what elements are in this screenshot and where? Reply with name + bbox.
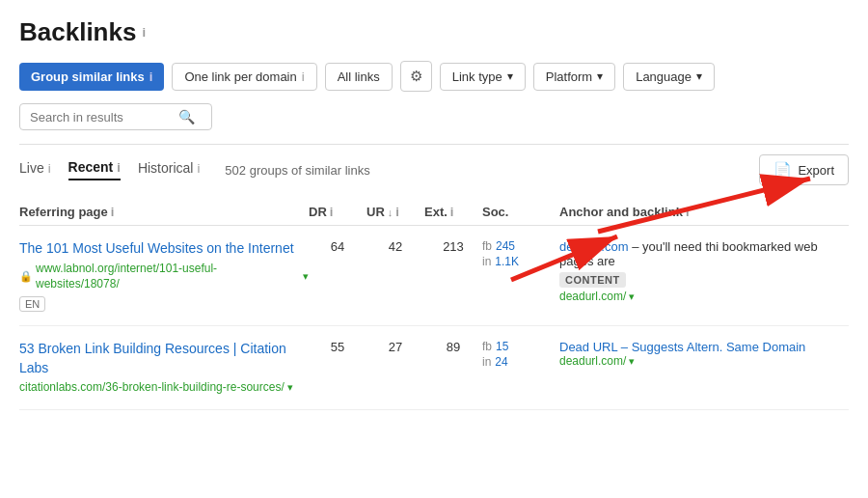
link-type-button[interactable]: Link type ▾ bbox=[440, 63, 526, 91]
cell-ext-2: 89 bbox=[424, 340, 482, 354]
cell-title-1: The 101 Most Useful Websites on the Inte… bbox=[19, 239, 309, 312]
row2-anchor-url-chevron-icon: ▾ bbox=[629, 355, 635, 368]
groups-count: 502 groups of similar links bbox=[225, 163, 369, 178]
col-dr: DR i bbox=[309, 205, 366, 219]
table-row: 53 Broken Link Building Resources | Cita… bbox=[19, 326, 849, 410]
export-icon: 📄 bbox=[773, 161, 792, 179]
all-links-button[interactable]: All links bbox=[325, 63, 393, 91]
col-social: Soc. bbox=[482, 205, 559, 219]
lock-icon: 🔒 bbox=[19, 270, 33, 283]
col-ur[interactable]: UR ↓ i bbox=[366, 205, 424, 219]
cell-social-2: fb 15 in 24 bbox=[482, 340, 559, 369]
cell-title-2: 53 Broken Link Building Resources | Cita… bbox=[19, 340, 309, 396]
row2-fb-label: fb bbox=[482, 340, 492, 353]
row1-fb-count: 245 bbox=[496, 239, 515, 253]
search-input-wrap[interactable]: 🔍 bbox=[19, 103, 212, 130]
cell-anchor-2: Dead URL – Suggests Altern. Same Domain … bbox=[559, 340, 849, 368]
platform-chevron-icon: ▾ bbox=[597, 69, 603, 83]
col-referring-page: Referring page i bbox=[19, 205, 309, 219]
tab-historical[interactable]: Historical i bbox=[138, 160, 200, 180]
settings-button[interactable]: ⚙ bbox=[400, 61, 432, 92]
row1-anchor-url[interactable]: deadurl.com/ bbox=[559, 290, 626, 303]
row2-anchor-link[interactable]: Dead URL – Suggests Altern. Same Domain bbox=[559, 340, 805, 354]
referring-page-info-icon[interactable]: i bbox=[111, 205, 115, 219]
link-type-chevron-icon: ▾ bbox=[507, 69, 513, 83]
tab-row: Live i Recent i Historical i 502 groups … bbox=[19, 154, 849, 185]
row1-lang-badge: EN bbox=[19, 296, 45, 312]
row1-title-link[interactable]: The 101 Most Useful Websites on the Inte… bbox=[19, 240, 294, 256]
row1-url-chevron-icon[interactable]: ▾ bbox=[303, 270, 309, 283]
language-chevron-icon: ▾ bbox=[696, 69, 702, 83]
platform-button[interactable]: Platform ▾ bbox=[533, 63, 615, 91]
export-button[interactable]: 📄 Export bbox=[759, 154, 849, 185]
cell-anchor-1: deadurl.com – you'll need thi bookmarked… bbox=[559, 239, 849, 303]
row2-anchor-url[interactable]: deadurl.com/ bbox=[559, 354, 626, 368]
cell-social-1: fb 245 in 1.1K bbox=[482, 239, 559, 268]
col-ext: Ext. i bbox=[424, 205, 482, 219]
row2-url-link[interactable]: citationlabs.com/36-broken-link-building… bbox=[19, 379, 285, 396]
live-info-icon[interactable]: i bbox=[48, 161, 51, 176]
one-per-domain-info-icon[interactable]: i bbox=[302, 69, 305, 84]
toolbar: Group similar links i One link per domai… bbox=[19, 61, 849, 92]
search-icon: 🔍 bbox=[178, 109, 195, 124]
row2-title-link[interactable]: 53 Broken Link Building Resources | Cita… bbox=[19, 341, 286, 375]
row2-in-label: in bbox=[482, 355, 491, 369]
row1-anchor-link[interactable]: deadurl.com bbox=[559, 239, 629, 254]
anchor-info-icon[interactable]: i bbox=[686, 205, 690, 219]
ur-info-icon[interactable]: i bbox=[395, 205, 399, 219]
cell-ur-1: 42 bbox=[366, 239, 424, 254]
row1-in-label: in bbox=[482, 255, 491, 268]
tab-live[interactable]: Live i bbox=[19, 160, 51, 180]
divider bbox=[19, 144, 849, 145]
row1-url: 🔒 www.labnol.org/internet/101-useful-web… bbox=[19, 261, 309, 293]
row2-url-chevron-icon[interactable]: ▾ bbox=[287, 381, 293, 394]
page-title: Backlinks i bbox=[19, 17, 849, 47]
recent-info-icon[interactable]: i bbox=[117, 160, 121, 175]
row1-anchor-url-chevron-icon: ▾ bbox=[629, 290, 635, 303]
cell-dr-2: 55 bbox=[309, 340, 366, 354]
table-header: Referring page i DR i UR ↓ i Ext. i Soc.… bbox=[19, 199, 849, 226]
search-row: 🔍 bbox=[19, 103, 849, 130]
one-per-domain-button[interactable]: One link per domain i bbox=[172, 63, 316, 91]
group-similar-button[interactable]: Group similar links i bbox=[19, 63, 164, 91]
cell-ext-1: 213 bbox=[424, 239, 482, 254]
row1-url-link[interactable]: www.labnol.org/internet/101-useful-websi… bbox=[36, 261, 300, 293]
title-info-icon[interactable]: i bbox=[142, 25, 146, 40]
table-row: The 101 Most Useful Websites on the Inte… bbox=[19, 226, 849, 326]
col-anchor: Anchor and backlink i bbox=[559, 205, 849, 219]
ext-info-icon[interactable]: i bbox=[450, 205, 454, 219]
row1-fb-label: fb bbox=[482, 239, 492, 253]
ur-sort-icon: ↓ bbox=[388, 207, 393, 218]
row2-in-count: 24 bbox=[495, 355, 507, 369]
language-button[interactable]: Language ▾ bbox=[623, 63, 715, 91]
group-similar-info-icon[interactable]: i bbox=[149, 69, 153, 84]
search-input[interactable] bbox=[30, 110, 175, 124]
dr-info-icon[interactable]: i bbox=[330, 205, 334, 219]
cell-dr-1: 64 bbox=[309, 239, 366, 254]
historical-info-icon[interactable]: i bbox=[197, 161, 200, 176]
row2-fb-count: 15 bbox=[496, 340, 508, 353]
cell-ur-2: 27 bbox=[366, 340, 424, 354]
tab-recent[interactable]: Recent i bbox=[68, 159, 121, 180]
row2-url: citationlabs.com/36-broken-link-building… bbox=[19, 379, 309, 396]
row1-content-badge: CONTENT bbox=[559, 272, 626, 288]
row1-in-count: 1.1K bbox=[495, 255, 519, 268]
